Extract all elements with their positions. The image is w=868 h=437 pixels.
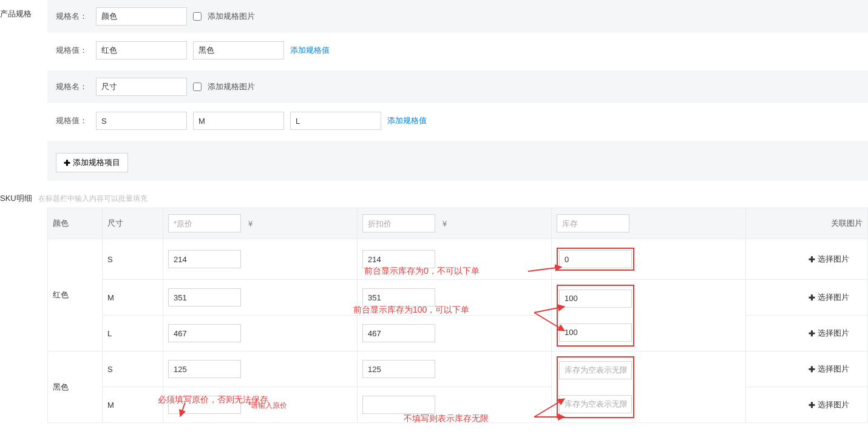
spec-name-input[interactable]	[96, 78, 187, 96]
spec-value-input[interactable]	[193, 41, 284, 59]
discount-price-input[interactable]	[362, 250, 435, 268]
orig-price-input[interactable]	[168, 250, 241, 268]
spec-name-label: 规格名：	[56, 11, 90, 22]
spec-value-input[interactable]	[96, 112, 187, 130]
stock-input[interactable]	[559, 361, 632, 379]
plus-icon: ✚	[809, 401, 815, 410]
bulk-orig-input[interactable]	[168, 214, 241, 232]
choose-image-label: 选择图片	[818, 254, 849, 265]
choose-image-button[interactable]: ✚ 选择图片	[809, 399, 849, 410]
table-row: 红色 S ✚ 选择图片	[48, 239, 868, 280]
stock-highlight-box	[557, 285, 634, 347]
spec-value-input[interactable]	[290, 112, 381, 130]
add-spec-wrap: ✚ 添加规格项目	[47, 141, 868, 181]
spec-section-label: 产品规格	[0, 0, 42, 182]
stock-input[interactable]	[559, 395, 632, 413]
sku-col-discount: ¥	[358, 208, 552, 239]
sku-section-header: SKU明细 在标题栏中输入内容可以批量填充	[0, 188, 868, 204]
orig-price-input[interactable]	[168, 360, 241, 378]
choose-image-label: 选择图片	[818, 364, 849, 374]
plus-icon: ✚	[809, 293, 815, 302]
spec-name-label: 规格名：	[56, 81, 90, 92]
product-spec-section: 产品规格 规格名： 添加规格图片 规格值： 添加规格值 规格名	[0, 0, 868, 188]
add-spec-button[interactable]: ✚ 添加规格项目	[56, 153, 128, 172]
sku-header-row: 颜色 尺寸 ¥ ¥	[48, 208, 868, 239]
choose-image-button[interactable]: ✚ 选择图片	[809, 364, 849, 374]
orig-price-input[interactable]	[168, 288, 241, 307]
currency-label: ¥	[442, 219, 447, 228]
sku-col-assoc: 关联图片	[746, 208, 868, 239]
size-cell: S	[103, 239, 163, 280]
size-cell: S	[103, 351, 163, 387]
sku-section-tip: 在标题栏中输入内容可以批量填充	[38, 194, 147, 204]
sku-table: 颜色 尺寸 ¥ ¥	[47, 208, 868, 423]
sku-col-size: 尺寸	[103, 208, 163, 239]
choose-image-button[interactable]: ✚ 选择图片	[809, 328, 849, 339]
discount-price-input[interactable]	[362, 324, 435, 342]
plus-icon: ✚	[809, 365, 815, 374]
plus-icon: ✚	[809, 329, 815, 338]
sku-col-color: 颜色	[48, 208, 103, 239]
spec-group: 规格名： 添加规格图片	[47, 0, 868, 33]
add-spec-value-link[interactable]: 添加规格值	[290, 45, 330, 56]
discount-price-input[interactable]	[362, 288, 435, 307]
table-row: M ✚ 选择图片	[48, 280, 868, 316]
spec-values-row: 规格值： 添加规格值	[47, 34, 868, 67]
orig-price-input[interactable]	[168, 396, 241, 414]
orig-price-error: *请输入原价	[248, 401, 288, 410]
plus-icon: ✚	[64, 158, 70, 168]
choose-image-label: 选择图片	[818, 399, 849, 410]
discount-price-input[interactable]	[362, 396, 435, 414]
size-cell: M	[103, 387, 163, 423]
bulk-stock-input[interactable]	[557, 214, 629, 232]
sku-section-label: SKU明细	[0, 193, 32, 204]
stock-input[interactable]	[559, 290, 632, 308]
color-cell: 红色	[48, 239, 103, 351]
color-cell: 黑色	[48, 351, 103, 423]
add-spec-button-label: 添加规格项目	[73, 157, 120, 168]
stock-input[interactable]	[559, 250, 632, 268]
sku-col-stock	[552, 208, 746, 239]
choose-image-button[interactable]: ✚ 选择图片	[809, 254, 849, 265]
spec-value-input[interactable]	[96, 41, 187, 59]
bulk-discount-input[interactable]	[362, 214, 435, 232]
stock-input[interactable]	[559, 324, 632, 342]
add-spec-image-label: 添加规格图片	[208, 81, 255, 92]
spec-values-label: 规格值：	[56, 45, 90, 56]
currency-label: ¥	[248, 219, 253, 228]
size-cell: M	[103, 280, 163, 316]
orig-price-input[interactable]	[168, 324, 241, 342]
spec-values-row: 规格值： 添加规格值	[47, 104, 868, 137]
choose-image-label: 选择图片	[818, 328, 849, 339]
plus-icon: ✚	[809, 255, 815, 264]
spec-values-label: 规格值：	[56, 115, 90, 126]
discount-price-input[interactable]	[362, 360, 435, 378]
stock-highlight-box	[557, 356, 634, 418]
spec-group: 规格名： 添加规格图片	[47, 70, 868, 103]
add-spec-image-checkbox[interactable]	[193, 83, 202, 91]
sku-col-orig: ¥	[163, 208, 358, 239]
add-spec-image-checkbox[interactable]	[193, 12, 202, 21]
add-spec-image-label: 添加规格图片	[208, 11, 255, 22]
table-row: 黑色 S ✚ 选择图片	[48, 351, 868, 387]
add-spec-value-link[interactable]: 添加规格值	[387, 115, 427, 126]
choose-image-label: 选择图片	[818, 292, 849, 303]
size-cell: L	[103, 316, 163, 351]
choose-image-button[interactable]: ✚ 选择图片	[809, 292, 849, 303]
spec-name-input[interactable]	[96, 7, 187, 25]
spec-value-input[interactable]	[193, 112, 284, 130]
stock-highlight-box	[557, 248, 634, 271]
